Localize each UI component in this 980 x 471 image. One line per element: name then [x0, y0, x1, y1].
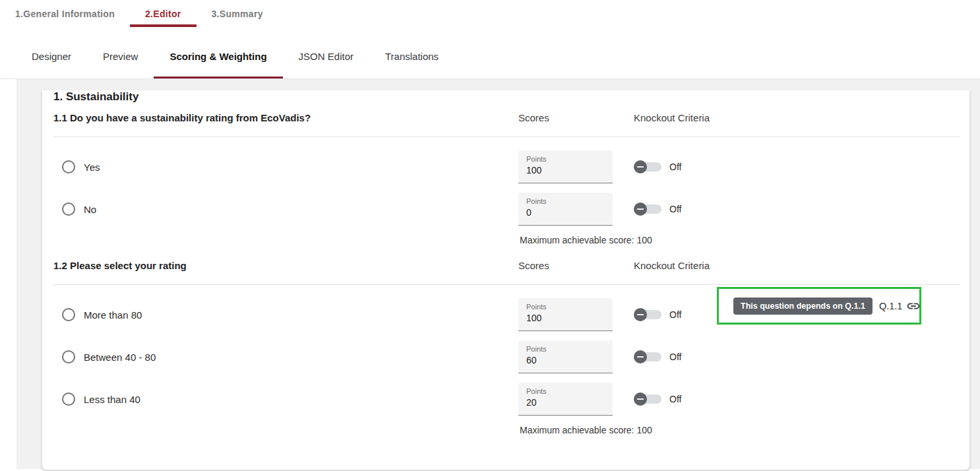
- question-1-1-header: 1.1 Do you have a sustainability rating …: [53, 112, 960, 123]
- toggle-state-label: Off: [669, 204, 681, 214]
- option-row-yes: Yes Points Off: [53, 150, 960, 183]
- points-input[interactable]: [526, 355, 605, 365]
- points-field[interactable]: Points: [518, 340, 613, 373]
- max-score-text: Maximum achievable score: 100: [520, 235, 960, 245]
- knockout-toggle[interactable]: [634, 392, 661, 406]
- step-general-information[interactable]: 1.General Information: [0, 7, 130, 27]
- points-field[interactable]: Points: [518, 150, 613, 183]
- points-input[interactable]: [526, 313, 605, 323]
- knockout-cell: Off: [634, 350, 960, 363]
- max-score-text: Maximum achievable score: 100: [520, 425, 960, 435]
- question-1-2-header: 1.2 Please select your rating Scores Kno…: [53, 260, 960, 271]
- points-field[interactable]: Points: [518, 193, 613, 226]
- points-field-label: Points: [526, 345, 613, 353]
- option-label: Yes: [84, 162, 100, 173]
- option-answer-cell: Yes: [53, 160, 518, 173]
- dependency-reference: Q.1.1: [879, 301, 902, 311]
- question-title: 1.2 Please select your rating: [53, 260, 518, 271]
- knockout-cell: Off: [634, 203, 960, 216]
- toggle-state-label: Off: [669, 162, 681, 172]
- points-input[interactable]: [526, 207, 605, 218]
- radio-button[interactable]: [62, 392, 75, 406]
- points-field[interactable]: Points: [518, 298, 613, 331]
- knockout-cell: Off: [634, 392, 960, 406]
- dependency-highlight-box: This question depends on Q.1.1 Q.1.1: [717, 287, 921, 325]
- points-input[interactable]: [526, 397, 605, 408]
- wizard-stepper: 1.General Information 2.Editor 3.Summary: [0, 0, 980, 27]
- option-label: No: [84, 204, 96, 215]
- toggle-thumb-minus-icon: [634, 350, 647, 363]
- option-label: Less than 40: [84, 394, 140, 405]
- points-field[interactable]: Points: [518, 383, 613, 416]
- toggle-state-label: Off: [669, 309, 681, 320]
- radio-button[interactable]: [62, 308, 75, 321]
- option-answer-cell: Less than 40: [53, 392, 518, 406]
- points-input[interactable]: [526, 165, 605, 175]
- question-1-1-options: Yes Points Off: [53, 137, 960, 226]
- option-row-less-than-40: Less than 40 Points Off: [53, 383, 960, 416]
- tab-translations[interactable]: Translations: [369, 40, 454, 78]
- editor-tabbar: Designer Preview Scoring & Weighting JSO…: [0, 40, 980, 79]
- knockout-toggle[interactable]: [634, 308, 661, 321]
- option-row-between-40-80: Between 40 - 80 Points Off: [53, 340, 960, 373]
- tab-scoring-weighting[interactable]: Scoring & Weighting: [154, 40, 282, 78]
- toggle-thumb-minus-icon: [634, 308, 647, 321]
- link-icon[interactable]: [906, 299, 921, 313]
- option-answer-cell: More than 80: [53, 308, 518, 321]
- knockout-toggle[interactable]: [634, 203, 661, 216]
- points-field-label: Points: [526, 197, 613, 205]
- left-gutter: [0, 79, 16, 469]
- option-answer-cell: Between 40 - 80: [53, 350, 518, 363]
- points-field-label: Points: [526, 155, 613, 163]
- option-label: More than 80: [84, 309, 142, 321]
- toggle-thumb-minus-icon: [634, 160, 647, 173]
- option-label: Between 40 - 80: [84, 352, 156, 363]
- canvas-background: 1. Sustainability 1.1 Do you have a sust…: [16, 79, 980, 469]
- toggle-state-label: Off: [669, 352, 681, 362]
- section-title: 1. Sustainability: [53, 90, 960, 104]
- knockout-toggle[interactable]: [634, 160, 661, 173]
- dependency-tooltip-badge: This question depends on Q.1.1: [733, 298, 873, 315]
- points-field-label: Points: [526, 303, 613, 311]
- scores-column-header: Scores: [518, 112, 634, 123]
- toggle-thumb-minus-icon: [634, 203, 647, 216]
- step-summary[interactable]: 3.Summary: [197, 7, 278, 27]
- workspace: 1. Sustainability 1.1 Do you have a sust…: [0, 79, 980, 469]
- tab-preview[interactable]: Preview: [87, 40, 154, 78]
- radio-button[interactable]: [62, 160, 75, 173]
- scores-column-header: Scores: [518, 260, 634, 271]
- knockout-toggle[interactable]: [634, 350, 661, 363]
- option-answer-cell: No: [53, 203, 518, 216]
- tab-designer[interactable]: Designer: [16, 40, 87, 78]
- toggle-thumb-minus-icon: [634, 392, 647, 406]
- question-1-2-options: This question depends on Q.1.1 Q.1.1 Mor…: [53, 285, 960, 416]
- radio-button[interactable]: [62, 350, 75, 363]
- option-row-no: No Points Off: [53, 193, 960, 226]
- knockout-cell: Off: [634, 160, 960, 173]
- scoring-card: 1. Sustainability 1.1 Do you have a sust…: [42, 90, 970, 470]
- knockout-column-header: Knockout Criteria: [634, 112, 960, 123]
- knockout-column-header: Knockout Criteria: [634, 260, 960, 271]
- step-editor[interactable]: 2.Editor: [130, 7, 197, 27]
- question-title: 1.1 Do you have a sustainability rating …: [53, 112, 518, 123]
- points-field-label: Points: [526, 387, 613, 395]
- radio-button[interactable]: [62, 203, 75, 216]
- toggle-state-label: Off: [669, 394, 681, 404]
- tab-json-editor[interactable]: JSON Editor: [283, 40, 369, 78]
